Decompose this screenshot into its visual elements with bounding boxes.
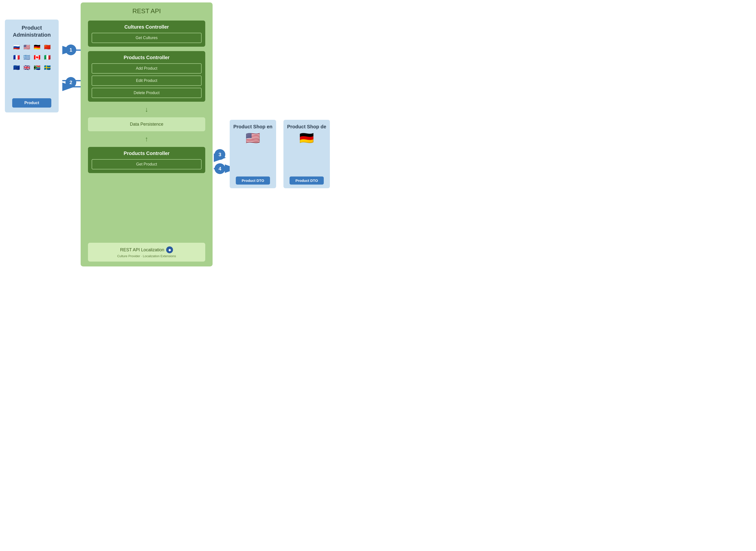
up-arrow-1: ↑ [145, 136, 148, 142]
diagram-container: Product Administration 🇷🇺 🇺🇸 🇩🇪 🇨🇳 🇫🇷 🇬🇷… [0, 0, 378, 276]
localization-box: REST API Localization ◆ Culture Provider… [88, 243, 205, 261]
rest-api-box: REST API Cultures Controller Get Culture… [81, 2, 213, 266]
flag-de: 🇩🇪 [32, 43, 41, 52]
products-controller-top-title: Products Controller [92, 55, 202, 60]
badge-1: 1 [65, 44, 76, 55]
localization-title: REST API Localization ◆ [93, 246, 200, 253]
get-cultures-btn[interactable]: Get Cultures [92, 33, 202, 43]
shop-de-title: Product Shop de [287, 123, 326, 130]
flag-gr: 🇬🇷 [22, 53, 31, 62]
edit-product-btn[interactable]: Edit Product [92, 75, 202, 86]
flag-fr: 🇫🇷 [12, 53, 21, 62]
delete-product-btn[interactable]: Delete Product [92, 88, 202, 98]
flags-grid: 🇷🇺 🇺🇸 🇩🇪 🇨🇳 🇫🇷 🇬🇷 🇨🇦 🇮🇹 🇪🇺 🇬🇧 🇿🇦 🇸🇪 [12, 43, 52, 72]
shop-de-box: Product Shop de 🇩🇪 Product DTO [283, 120, 330, 188]
cultures-controller-box: Cultures Controller Get Cultures [88, 21, 205, 47]
badge-4: 4 [215, 163, 225, 174]
products-controller-bottom-box: Products Controller Get Product [88, 147, 205, 173]
rest-api-title: REST API [132, 7, 161, 15]
badge-3: 3 [215, 149, 225, 160]
down-arrow-1: ↓ [145, 106, 148, 113]
products-controller-bottom-title: Products Controller [92, 150, 202, 156]
plugin-icon: ◆ [166, 246, 173, 253]
admin-box: Product Administration 🇷🇺 🇺🇸 🇩🇪 🇨🇳 🇫🇷 🇬🇷… [5, 20, 59, 112]
flag-us: 🇺🇸 [22, 43, 31, 52]
flag-ru: 🇷🇺 [12, 43, 21, 52]
flag-it: 🇮🇹 [43, 53, 52, 62]
data-persistence-label: Data Persistence [130, 122, 163, 127]
flag-gb: 🇬🇧 [22, 63, 31, 72]
shop-en-title: Product Shop en [233, 123, 272, 130]
products-controller-top-box: Products Controller Add Product Edit Pro… [88, 51, 205, 102]
localization-subtitle: Culture Provider · Localization Extensio… [93, 254, 200, 258]
flag-se: 🇸🇪 [43, 63, 52, 72]
cultures-controller-title: Cultures Controller [92, 24, 202, 30]
shop-de-dto-btn[interactable]: Product DTO [290, 176, 324, 184]
flag-ca: 🇨🇦 [32, 53, 41, 62]
shop-en-flag: 🇺🇸 [246, 132, 260, 144]
shop-de-flag: 🇩🇪 [299, 132, 314, 144]
add-product-btn[interactable]: Add Product [92, 63, 202, 74]
shop-en-box: Product Shop en 🇺🇸 Product DTO [230, 120, 276, 188]
badge-2: 2 [65, 77, 76, 88]
flag-eu: 🇪🇺 [12, 63, 21, 72]
flag-cn: 🇨🇳 [43, 43, 52, 52]
flag-za: 🇿🇦 [32, 63, 41, 72]
data-persistence-box: Data Persistence [88, 117, 205, 131]
shop-en-dto-btn[interactable]: Product DTO [236, 176, 270, 184]
product-button[interactable]: Product [12, 98, 51, 107]
admin-title: Product Administration [9, 24, 55, 38]
get-product-btn[interactable]: Get Product [92, 159, 202, 169]
